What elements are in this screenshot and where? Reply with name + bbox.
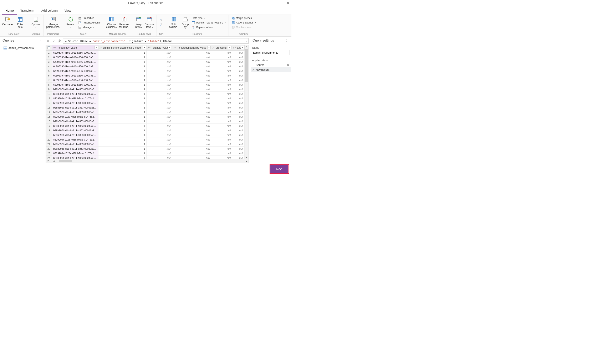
table-cell[interactable]: 1 [98, 119, 147, 124]
group-by-button[interactable]: Group by [180, 16, 190, 29]
table-cell[interactable]: null [211, 156, 232, 159]
table-corner-button[interactable] [46, 45, 52, 51]
remove-columns-button[interactable]: Remove columns ▾ [118, 16, 130, 29]
table-cell[interactable]: 1 [98, 156, 147, 159]
table-cell[interactable]: null [172, 96, 211, 101]
formula-commit-button[interactable]: ✓ [51, 39, 56, 43]
row-number[interactable]: 16 [46, 119, 52, 124]
row-number[interactable]: 18 [46, 128, 52, 133]
table-cell[interactable]: null [232, 101, 245, 105]
table-cell[interactable]: null [172, 137, 211, 142]
table-cell[interactable]: null [232, 115, 245, 119]
table-row[interactable]: b28b396b-d1d4-e911-a853-000d3a3627...1nu… [52, 92, 245, 96]
table-cell[interactable]: 1 [98, 51, 147, 55]
table-row[interactable]: b28b396b-d1d4-e911-a853-000d3a3627...1nu… [52, 142, 245, 146]
table-cell[interactable]: 1 [98, 137, 147, 142]
table-row[interactable]: 6c39539f-41eb-e911-a856-000d3a3627b31nul… [52, 78, 245, 82]
table-cell[interactable]: null [232, 105, 245, 110]
table-cell[interactable]: null [232, 124, 245, 128]
table-cell[interactable]: null [147, 142, 172, 146]
column-filter-icon[interactable]: ▾ [95, 46, 98, 49]
table-cell[interactable]: b28b396b-d1d4-e911-a853-000d3a3627... [52, 142, 98, 146]
column-header[interactable]: 123processid▾ [211, 45, 232, 51]
table-cell[interactable]: null [211, 87, 232, 92]
table-cell[interactable]: 1 [98, 142, 147, 146]
table-cell[interactable]: null [211, 128, 232, 133]
fx-icon[interactable]: fx [57, 39, 62, 43]
table-cell[interactable]: null [211, 142, 232, 146]
sort-desc-button[interactable]: ZA [158, 22, 164, 26]
table-cell[interactable]: null [147, 87, 172, 92]
table-cell[interactable]: 1 [98, 82, 147, 87]
table-cell[interactable]: null [147, 64, 172, 69]
data-type-button[interactable]: Data type▾ [191, 16, 227, 20]
table-cell[interactable]: null [232, 137, 245, 142]
table-cell[interactable]: null [172, 115, 211, 119]
table-row[interactable]: b28b396b-d1d4-e911-a853-000d3a3627...1nu… [52, 133, 245, 137]
row-number[interactable]: 23 [46, 151, 52, 156]
table-cell[interactable]: null [147, 92, 172, 96]
row-number[interactable]: 2 [46, 55, 52, 60]
table-cell[interactable]: 1 [98, 78, 147, 82]
table-row[interactable]: b28b396b-d1d4-e911-a853-000d3a3627...1nu… [52, 87, 245, 92]
table-row[interactable]: 832990fb-1028-4d3b-b7ca-cf1476a238761nul… [52, 137, 245, 142]
delete-step-icon[interactable]: ✕ [252, 68, 255, 71]
table-cell[interactable]: b28b396b-d1d4-e911-a853-000d3a3627... [52, 105, 98, 110]
table-cell[interactable]: 1 [98, 60, 147, 64]
manage-parameters-button[interactable]: Manage parameters ▾ [45, 16, 61, 29]
formula-cancel-button[interactable]: ✕ [46, 39, 50, 43]
table-cell[interactable]: null [232, 64, 245, 69]
table-cell[interactable]: null [211, 55, 232, 60]
table-cell[interactable]: 1 [98, 115, 147, 119]
table-cell[interactable]: null [172, 151, 211, 156]
table-cell[interactable]: null [172, 133, 211, 137]
row-number[interactable]: 24 [46, 156, 52, 159]
table-cell[interactable]: null [211, 60, 232, 64]
table-row[interactable]: 6c39539f-41eb-e911-a856-000d3a3627b31nul… [52, 69, 245, 73]
table-cell[interactable]: null [232, 51, 245, 55]
table-row[interactable]: b28b396b-d1d4-e911-a853-000d3a3627...1nu… [52, 128, 245, 133]
table-cell[interactable]: b28b396b-d1d4-e911-a853-000d3a3627... [52, 110, 98, 115]
table-cell[interactable]: null [211, 105, 232, 110]
table-cell[interactable]: null [232, 69, 245, 73]
table-cell[interactable]: null [172, 73, 211, 78]
table-cell[interactable]: null [232, 60, 245, 64]
table-cell[interactable]: null [147, 137, 172, 142]
row-number[interactable]: 9 [46, 87, 52, 92]
get-data-button[interactable]: Get data ▾ [2, 16, 14, 26]
table-row[interactable]: 832990fb-1028-4d3b-b7ca-cf1476a238761nul… [52, 151, 245, 156]
table-cell[interactable]: null [172, 101, 211, 105]
tab-home[interactable]: Home [2, 7, 17, 14]
table-cell[interactable]: b28b396b-d1d4-e911-a853-000d3a3627... [52, 146, 98, 151]
table-cell[interactable]: null [211, 92, 232, 96]
table-cell[interactable]: 1 [98, 124, 147, 128]
table-cell[interactable]: null [232, 133, 245, 137]
table-cell[interactable]: null [211, 110, 232, 115]
row-number[interactable]: 13 [46, 105, 52, 110]
table-cell[interactable]: null [172, 82, 211, 87]
scroll-down-icon[interactable]: ▼ [245, 156, 248, 159]
row-number[interactable]: 6 [46, 73, 52, 78]
table-cell[interactable]: 1 [98, 87, 147, 92]
sort-asc-button[interactable]: AZ [158, 18, 164, 22]
table-cell[interactable]: null [147, 128, 172, 133]
table-cell[interactable]: b28b396b-d1d4-e911-a853-000d3a3627... [52, 92, 98, 96]
table-cell[interactable]: null [147, 146, 172, 151]
table-cell[interactable]: null [147, 133, 172, 137]
table-cell[interactable]: null [172, 78, 211, 82]
table-cell[interactable]: null [232, 110, 245, 115]
table-cell[interactable]: null [232, 73, 245, 78]
table-cell[interactable]: b28b396b-d1d4-e911-a853-000d3a3627... [52, 87, 98, 92]
table-row[interactable]: 6c39539f-41eb-e911-a856-000d3a3627b31nul… [52, 73, 245, 78]
table-row[interactable]: 6c39539f-41eb-e911-a856-000d3a3627b31nul… [52, 64, 245, 69]
scroll-thumb-horizontal[interactable] [59, 160, 72, 162]
refresh-button[interactable]: Refresh▾ [65, 16, 77, 29]
query-name-input[interactable] [252, 50, 290, 55]
table-cell[interactable]: 1 [98, 96, 147, 101]
table-cell[interactable]: null [147, 51, 172, 55]
table-cell[interactable]: 6c39539f-41eb-e911-a856-000d3a3627b3 [52, 73, 98, 78]
table-cell[interactable]: 1 [98, 110, 147, 115]
table-cell[interactable]: 1 [98, 64, 147, 69]
table-cell[interactable]: null [232, 119, 245, 124]
table-cell[interactable]: b28b396b-d1d4-e911-a853-000d3a3627... [52, 119, 98, 124]
